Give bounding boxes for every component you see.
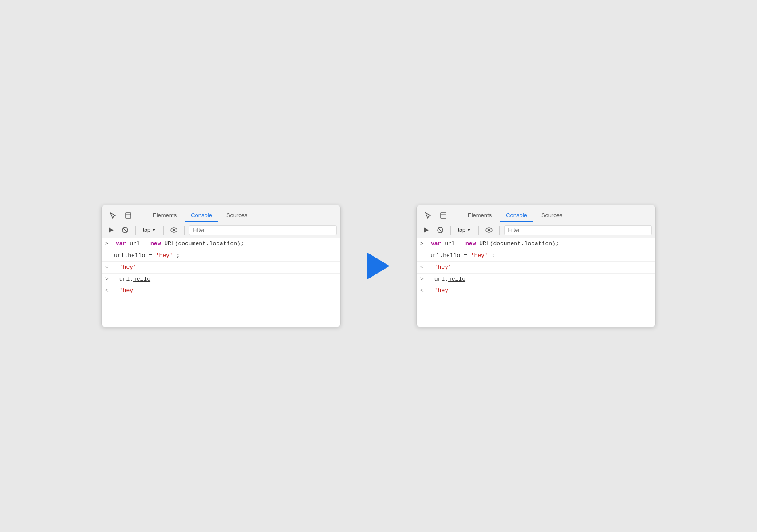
filter-input-left[interactable] <box>189 225 337 235</box>
tab-elements-right[interactable]: Elements <box>461 209 498 222</box>
code-2-left: url.hello = 'hey' ; <box>114 251 180 260</box>
divider-console-right <box>450 226 451 235</box>
prompt-4-right: > <box>420 275 427 284</box>
kw-new-right: new <box>465 240 476 247</box>
code-plain-2b: ; <box>176 252 180 259</box>
devtools-panel-left: Elements Console Sources top ▼ <box>101 205 341 327</box>
output-partial-hey-left: 'hey <box>116 286 133 295</box>
svg-marker-2 <box>109 227 114 233</box>
tab-elements-left[interactable]: Elements <box>146 209 183 222</box>
code-4-left: url.hello <box>116 275 150 284</box>
play-icon-right[interactable] <box>420 224 432 236</box>
prompt-3-right: < <box>420 263 427 272</box>
divider-right <box>454 211 454 220</box>
eye-icon-left[interactable] <box>168 224 180 236</box>
no-icon-left[interactable] <box>119 224 131 236</box>
console-line-4-right: > url.hello <box>417 274 655 286</box>
top-selector-right[interactable]: top ▼ <box>455 226 474 235</box>
tabs-right: Elements Console Sources <box>417 205 655 222</box>
dropdown-icon-left: ▼ <box>152 227 156 232</box>
svg-rect-0 <box>126 213 131 218</box>
arrow-right-icon <box>367 253 390 279</box>
code-4-right: url.hello <box>431 275 465 284</box>
eye-icon-right[interactable] <box>483 224 495 236</box>
code-1-left: var url = new URL(document.location); <box>116 239 244 248</box>
code-plain-1b-right: URL(document.location); <box>479 240 559 247</box>
tab-console-left[interactable]: Console <box>185 209 218 222</box>
code-2-right: url.hello = 'hey' ; <box>429 251 495 260</box>
arrow-wrapper <box>367 253 390 279</box>
cursor-icon-right[interactable] <box>422 209 434 222</box>
top-selector-left[interactable]: top ▼ <box>140 226 159 235</box>
code-1-right: var url = new URL(document.location); <box>431 239 559 248</box>
str-hey-left: 'hey' <box>156 252 173 259</box>
kw-new-left: new <box>150 240 161 247</box>
tabs-left: Elements Console Sources <box>102 205 340 222</box>
output-partial-hey-right: 'hey <box>431 286 448 295</box>
output-hey-right: 'hey' <box>431 263 452 272</box>
svg-line-4 <box>123 228 127 232</box>
code-plain-2b-right: ; <box>491 252 495 259</box>
svg-line-11 <box>438 228 442 232</box>
cursor-icon-left[interactable] <box>107 209 119 222</box>
prompt-1-left: > <box>105 239 112 248</box>
code-plain-1a-right: url = <box>445 240 465 247</box>
svg-point-6 <box>173 229 175 231</box>
code-plain-4a-right: url. <box>431 276 448 282</box>
console-content-right: > var url = new URL(document.location); … <box>417 238 655 327</box>
console-line-3-left: < 'hey' <box>102 262 340 274</box>
divider-console-left <box>135 226 136 235</box>
filter-input-right[interactable] <box>504 225 652 235</box>
inspector-icon-left[interactable] <box>122 209 134 222</box>
prompt-5-right: < <box>420 286 427 295</box>
dropdown-icon-right: ▼ <box>467 227 471 232</box>
kw-var-left: var <box>116 240 126 247</box>
console-toolbar-left: top ▼ <box>102 222 340 238</box>
tab-sources-left[interactable]: Sources <box>220 209 254 222</box>
prompt-5-left: < <box>105 286 112 295</box>
console-toolbar-right: top ▼ <box>417 222 655 238</box>
svg-marker-9 <box>424 227 429 233</box>
console-line-1-left: > var url = new URL(document.location); <box>102 238 340 250</box>
top-label-right: top <box>458 227 465 233</box>
console-line-2-left: url.hello = 'hey' ; <box>102 250 340 262</box>
page-wrapper: Elements Console Sources top ▼ <box>75 178 682 354</box>
divider-console2-left <box>163 226 164 235</box>
console-line-4-left: > url.hello <box>102 274 340 286</box>
kw-var-right: var <box>431 240 441 247</box>
code-plain-4b: hello <box>133 276 150 282</box>
code-plain-4b-right: hello <box>448 276 465 282</box>
inspector-icon-right[interactable] <box>437 209 449 222</box>
code-plain-2a-right: url.hello = <box>429 252 471 259</box>
str-hey-right: 'hey' <box>471 252 488 259</box>
no-icon-right[interactable] <box>434 224 446 236</box>
devtools-panel-right: Elements Console Sources top ▼ <box>416 205 656 327</box>
play-icon-left[interactable] <box>105 224 117 236</box>
prompt-4-left: > <box>105 275 112 284</box>
svg-rect-7 <box>441 213 446 218</box>
divider-console3-right <box>499 226 500 235</box>
console-content-left: > var url = new URL(document.location); … <box>102 238 340 327</box>
divider-console3-left <box>184 226 185 235</box>
code-plain-1a: url = <box>130 240 150 247</box>
tab-console-right[interactable]: Console <box>500 209 533 222</box>
svg-point-13 <box>488 229 490 231</box>
code-plain-4a: url. <box>116 276 133 282</box>
tab-sources-right[interactable]: Sources <box>535 209 569 222</box>
console-line-3-right: < 'hey' <box>417 262 655 274</box>
code-plain-1b: URL(document.location); <box>164 240 244 247</box>
output-hey-left: 'hey' <box>116 263 137 272</box>
divider-left <box>139 211 139 220</box>
code-plain-2a: url.hello = <box>114 252 156 259</box>
prompt-3-left: < <box>105 263 112 272</box>
top-label-left: top <box>143 227 150 233</box>
console-line-5-right: < 'hey <box>417 285 655 297</box>
console-line-2-right: url.hello = 'hey' ; <box>417 250 655 262</box>
prompt-1-right: > <box>420 239 427 248</box>
console-line-1-right: > var url = new URL(document.location); <box>417 238 655 250</box>
console-line-5-left: < 'hey <box>102 285 340 297</box>
divider-console2-right <box>478 226 479 235</box>
